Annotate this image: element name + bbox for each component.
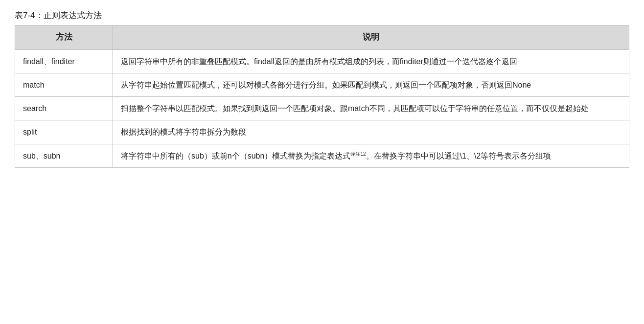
header-description: 说明 (113, 25, 629, 50)
table-header-row: 方法 说明 (15, 25, 629, 50)
method-split: split (15, 120, 113, 144)
method-findall-finditer: findall、finditer (15, 49, 113, 73)
table-row: sub、subn 将字符串中所有的（sub）或前n个（subn）模式替换为指定表… (15, 144, 629, 167)
desc-match: 从字符串起始位置匹配模式，还可以对模式各部分进行分组。如果匹配到模式，则返回一个… (113, 73, 629, 97)
desc-sub-subn-sup: 译注12 (350, 151, 366, 156)
desc-sub-subn: 将字符串中所有的（sub）或前n个（subn）模式替换为指定表达式译注12。在替… (113, 144, 629, 167)
regex-methods-table: 方法 说明 findall、finditer 返回字符串中所有的非重叠匹配模式。… (15, 25, 629, 168)
method-match: match (15, 73, 113, 97)
method-search: search (15, 97, 113, 120)
header-method: 方法 (15, 25, 113, 50)
desc-sub-subn-after-sup: 。在替换字符串中可以通过\1、\2等符号表示各分组项 (366, 152, 552, 160)
table-row: match 从字符串起始位置匹配模式，还可以对模式各部分进行分组。如果匹配到模式… (15, 73, 629, 97)
table-row: findall、finditer 返回字符串中所有的非重叠匹配模式。findal… (15, 49, 629, 73)
desc-split: 根据找到的模式将字符串拆分为数段 (113, 120, 629, 144)
table-title: 表7-4：正则表达式方法 (15, 10, 629, 21)
desc-search: 扫描整个字符串以匹配模式。如果找到则返回一个匹配项对象。跟match不同，其匹配… (113, 97, 629, 120)
desc-sub-subn-before-sup: 将字符串中所有的（sub）或前n个（subn）模式替换为指定表达式 (121, 152, 350, 160)
table-row: split 根据找到的模式将字符串拆分为数段 (15, 120, 629, 144)
method-sub-subn: sub、subn (15, 144, 113, 167)
table-row: search 扫描整个字符串以匹配模式。如果找到则返回一个匹配项对象。跟matc… (15, 97, 629, 120)
desc-findall-finditer: 返回字符串中所有的非重叠匹配模式。findall返回的是由所有模式组成的列表，而… (113, 49, 629, 73)
